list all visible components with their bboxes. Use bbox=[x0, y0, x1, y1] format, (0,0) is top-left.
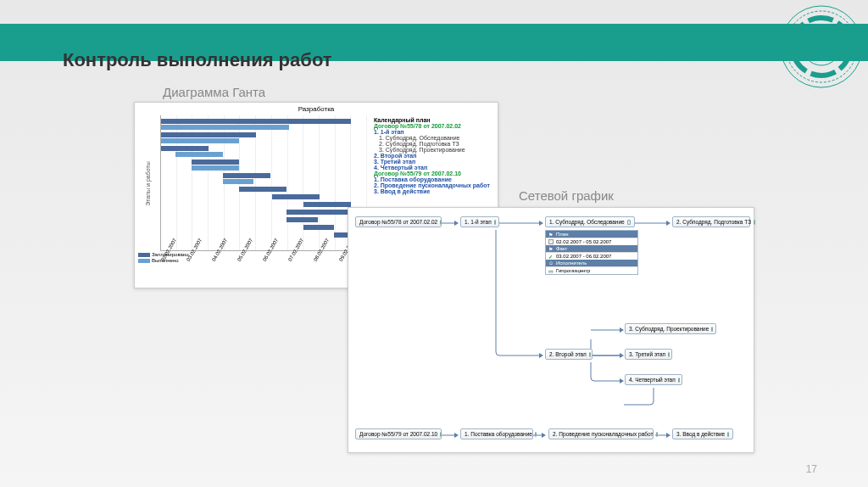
svg-marker-11 bbox=[454, 433, 459, 438]
logo-decoration bbox=[741, 0, 868, 127]
expand-icon[interactable] bbox=[535, 432, 537, 437]
flag-icon: ⚑ bbox=[548, 246, 554, 251]
svg-marker-7 bbox=[539, 353, 543, 358]
node-details-popup: ⚑План 02.02.2007 - 05.02.2007 ⚑Факт ✓03.… bbox=[545, 230, 638, 275]
expand-icon[interactable] bbox=[627, 220, 631, 225]
popup-executor-value: ▭Гипрогазцентр bbox=[546, 266, 637, 274]
svg-marker-8 bbox=[620, 353, 624, 358]
node-contract2[interactable]: Договор №55/79 от 2007.02.10 bbox=[355, 428, 442, 439]
person-icon: ☺ bbox=[548, 260, 554, 266]
flag-icon: ⚑ bbox=[548, 232, 554, 237]
node-design[interactable]: 3. Субподряд. Проектирование bbox=[625, 323, 716, 334]
svg-marker-13 bbox=[666, 433, 670, 438]
expand-icon[interactable] bbox=[727, 432, 729, 437]
svg-marker-12 bbox=[542, 433, 546, 438]
node-stage2[interactable]: 2. Второй этап bbox=[545, 349, 593, 360]
gantt-xaxis: 02.02.200703.02.200704.02.2007 05.02.200… bbox=[160, 251, 367, 285]
expand-icon[interactable] bbox=[678, 378, 680, 383]
svg-marker-6 bbox=[666, 221, 670, 226]
node-commissioning[interactable]: 2. Проведение пусконаладочных работ bbox=[548, 428, 654, 439]
node-tz[interactable]: 2. Субподряд. Подготовка ТЗ bbox=[672, 216, 750, 227]
network-diagram-panel: Договор №55/78 от 2007.02.02 1. 1-й этап… bbox=[348, 207, 754, 453]
gantt-plot-area bbox=[160, 115, 367, 251]
expand-icon[interactable] bbox=[754, 220, 755, 225]
gantt-yaxis: Этапы и работы bbox=[135, 115, 160, 251]
svg-marker-5 bbox=[539, 221, 543, 226]
expand-icon[interactable] bbox=[494, 220, 496, 225]
network-subtitle: Сетевой график bbox=[519, 188, 614, 203]
node-launch[interactable]: 3. Ввод в действие bbox=[672, 428, 733, 439]
popup-plan-header: ⚑План bbox=[546, 231, 637, 238]
node-stage1[interactable]: 1. 1-й этап bbox=[460, 216, 499, 227]
svg-marker-10 bbox=[620, 327, 624, 333]
page-number: 17 bbox=[806, 463, 817, 475]
gantt-chart-title: Разработка bbox=[135, 103, 498, 115]
popup-fact-dates: ✓03.02.2007 - 06.02.2007 bbox=[546, 252, 637, 260]
node-contract1[interactable]: Договор №55/78 от 2007.02.02 bbox=[355, 216, 442, 227]
node-stage3[interactable]: 3. Третий этап bbox=[625, 349, 672, 360]
popup-executor-header: ☺Исполнитель bbox=[546, 260, 637, 266]
expand-icon[interactable] bbox=[656, 432, 658, 437]
popup-fact-header: ⚑Факт bbox=[546, 245, 637, 252]
popup-plan-dates: 02.02.2007 - 05.02.2007 bbox=[546, 238, 637, 245]
expand-icon[interactable] bbox=[668, 352, 670, 357]
doc-icon: ▭ bbox=[548, 268, 554, 273]
calendar-icon bbox=[548, 239, 554, 244]
gantt-subtitle: Диаграмма Ганта bbox=[163, 85, 265, 99]
node-supply[interactable]: 1. Поставка оборудование bbox=[460, 428, 533, 439]
check-icon: ✓ bbox=[548, 254, 554, 259]
expand-icon[interactable] bbox=[440, 432, 442, 437]
expand-icon[interactable] bbox=[440, 220, 442, 225]
expand-icon[interactable] bbox=[589, 352, 591, 357]
svg-marker-4 bbox=[454, 221, 459, 226]
expand-icon[interactable] bbox=[711, 327, 713, 332]
page-title: Контроль выполнения работ bbox=[63, 49, 332, 71]
node-survey[interactable]: 1. Субподряд. Обследование bbox=[545, 216, 635, 227]
svg-marker-9 bbox=[620, 378, 624, 383]
node-stage4[interactable]: 4. Четвертый этап bbox=[625, 374, 682, 385]
